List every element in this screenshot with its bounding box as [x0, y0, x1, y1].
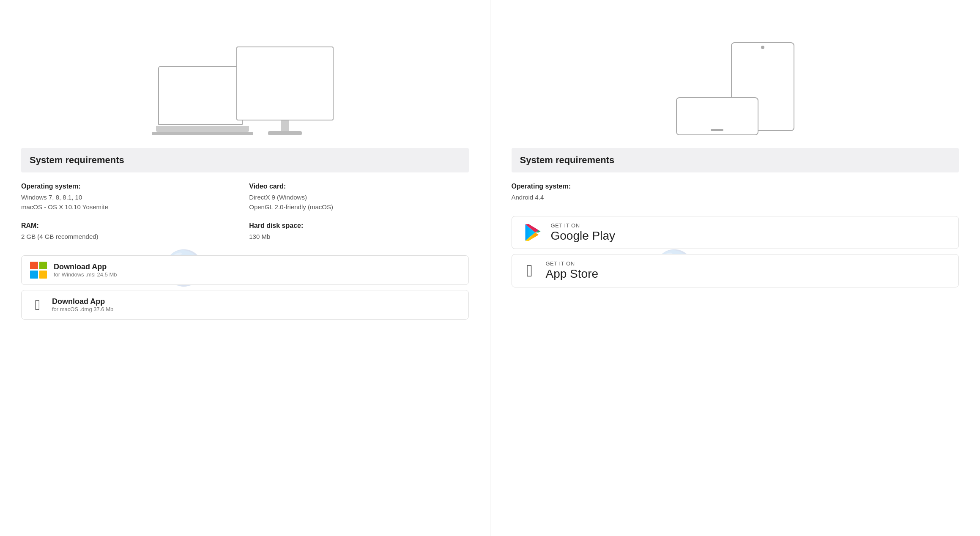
google-play-get-label: GET IT ON [551, 222, 616, 229]
google-play-store-name: Google Play [551, 229, 616, 243]
req-video-label: Video card: [249, 183, 468, 190]
req-os-label: Operating system: [21, 183, 241, 190]
store-buttons: GET IT ON Google Play  GET IT ON App St… [512, 216, 959, 287]
download-buttons: Download App for Windows .msi 24.5 Mb  … [21, 255, 469, 320]
right-requirements-title: System requirements [520, 155, 615, 165]
phone-device [676, 97, 758, 135]
app-store-store-name: App Store [546, 267, 599, 281]
windows-download-button[interactable]: Download App for Windows .msi 24.5 Mb [21, 255, 469, 285]
req-ram-value: 2 GB (4 GB recommended) [21, 232, 241, 242]
win-q2 [39, 262, 47, 270]
req-disk-value: 130 Mb [249, 232, 468, 242]
desktop-illustration [21, 17, 469, 135]
req-os: Operating system: Windows 7, 8, 8.1, 10 … [21, 183, 241, 212]
google-play-icon [522, 222, 542, 243]
windows-download-text: Download App for Windows .msi 24.5 Mb [54, 263, 117, 278]
laptop-screen [158, 66, 243, 125]
app-store-button[interactable]:  GET IT ON App Store [512, 254, 959, 287]
app-store-text: GET IT ON App Store [546, 260, 599, 281]
win-q3 [30, 271, 38, 279]
laptop-base [156, 126, 249, 132]
right-req-os: Operating system: Android 4.4 [512, 183, 731, 202]
monitor-neck [281, 120, 289, 131]
mac-download-text: Download App for macOS .dmg 37.6 Mb [52, 297, 113, 312]
monitor-screen [236, 46, 334, 120]
google-play-button[interactable]: GET IT ON Google Play [512, 216, 959, 249]
mobile-illustration [512, 17, 959, 135]
app-store-get-label: GET IT ON [546, 260, 599, 267]
windows-icon [30, 262, 47, 279]
req-video-value2: OpenGL 2.0-friendly (macOS) [249, 202, 468, 212]
left-requirements-title: System requirements [30, 155, 124, 165]
right-req-os-value: Android 4.4 [512, 193, 731, 202]
windows-download-sub: for Windows .msi 24.5 Mb [54, 271, 117, 278]
left-requirements-grid: Operating system: Windows 7, 8, 8.1, 10 … [21, 183, 469, 242]
req-os-value1: Windows 7, 8, 8.1, 10 [21, 193, 241, 202]
right-panel: 🔵 WikiFX System requirements Operating s… [490, 0, 980, 536]
page-wrapper: 🔵 WikiFX [0, 0, 980, 536]
req-ram: RAM: 2 GB (4 GB recommended) [21, 222, 241, 242]
left-panel: 🔵 WikiFX [0, 0, 490, 536]
req-disk: Hard disk space: 130 Mb [249, 222, 468, 242]
google-play-text: GET IT ON Google Play [551, 222, 616, 243]
win-q1 [30, 262, 38, 270]
laptop-device [156, 66, 245, 135]
left-requirements-header: System requirements [21, 148, 469, 172]
app-store-apple-icon:  [522, 262, 537, 279]
apple-icon:  [30, 296, 45, 313]
right-requirements-grid: Operating system: Android 4.4 [512, 183, 959, 202]
right-requirements-header: System requirements [512, 148, 959, 172]
monitor-base [268, 131, 302, 135]
right-req-os-label: Operating system: [512, 183, 731, 190]
windows-download-title: Download App [54, 263, 117, 271]
mac-download-button[interactable]:  Download App for macOS .dmg 37.6 Mb [21, 290, 469, 320]
win-q4 [39, 271, 47, 279]
req-ram-label: RAM: [21, 222, 241, 230]
mac-download-title: Download App [52, 297, 113, 306]
monitor-device [236, 46, 334, 135]
mac-download-sub: for macOS .dmg 37.6 Mb [52, 306, 113, 312]
req-video: Video card: DirectX 9 (Windows) OpenGL 2… [249, 183, 468, 212]
req-os-value2: macOS - OS X 10.10 Yosemite [21, 202, 241, 212]
req-video-value1: DirectX 9 (Windows) [249, 193, 468, 202]
req-disk-label: Hard disk space: [249, 222, 468, 230]
